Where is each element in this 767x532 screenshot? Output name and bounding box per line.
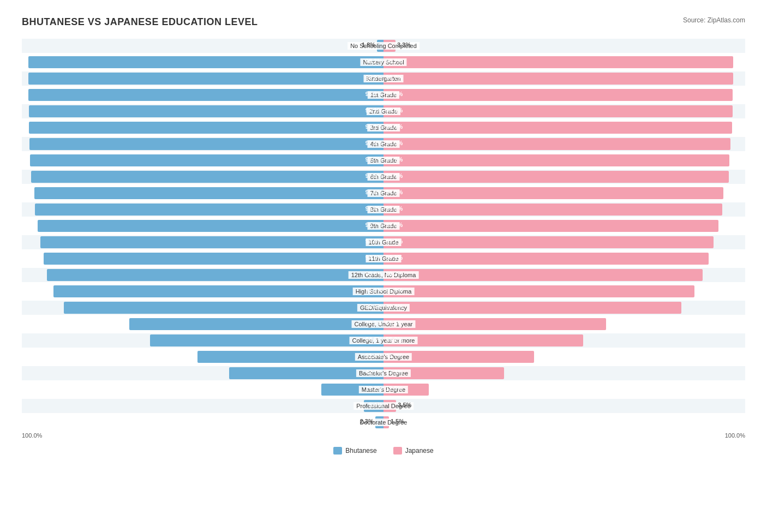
bar-row: 1st Grade98.2%96.6% <box>22 88 745 102</box>
axis-right: 100.0% <box>725 432 745 439</box>
pink-bar <box>384 122 732 134</box>
category-label: Associate's Degree <box>355 353 412 361</box>
pink-bar <box>384 285 694 297</box>
bar-row: 6th Grade97.5%95.4% <box>22 170 745 184</box>
bar-row: 4th Grade97.9%96.0% <box>22 137 745 151</box>
pct-label-left: 94.9% <box>365 238 382 244</box>
pink-bar <box>384 220 718 232</box>
bar-row: 12th Grade, No Diploma93.0%88.3% <box>22 268 745 282</box>
pct-label-left: 96.4% <box>365 205 382 212</box>
pct-label-left: 5.4% <box>369 402 382 408</box>
axis-labels: 100.0% 100.0% <box>22 432 745 439</box>
bar-row: 11th Grade94.0%89.9% <box>22 252 745 266</box>
chart-title: BHUTANESE VS JAPANESE EDUCATION LEVEL <box>22 16 258 28</box>
blue-bar <box>150 334 384 346</box>
blue-bar <box>31 171 384 183</box>
pct-label-right: 89.9% <box>386 254 403 261</box>
bar-row: Master's Degree17.2%12.5% <box>22 382 745 397</box>
pct-label-left: 70.3% <box>365 320 382 326</box>
pct-label-right: 95.7% <box>386 156 403 163</box>
pct-label-right: 96.4% <box>386 123 403 130</box>
pct-label-right: 96.0% <box>386 140 403 146</box>
pink-bar <box>384 56 733 68</box>
category-label: College, 1 year or more <box>350 337 418 344</box>
blue-bar <box>64 302 384 314</box>
blue-bar <box>35 204 384 216</box>
bar-row: Professional Degree5.4%3.5% <box>22 399 745 413</box>
category-label: High School Diploma <box>353 288 415 295</box>
pct-label-right: 96.6% <box>386 91 403 97</box>
chart-source: Source: ZipAtlas.com <box>683 16 745 24</box>
bar-row: High School Diploma91.2%85.9% <box>22 284 745 298</box>
bar-row: Kindergarten98.2%96.7% <box>22 71 745 86</box>
blue-bar <box>34 187 384 199</box>
pct-label-left: 94.0% <box>365 254 382 261</box>
bar-row: College, 1 year or more64.6%55.2% <box>22 333 745 348</box>
blue-bar <box>129 318 384 330</box>
bar-row: 9th Grade95.7%92.6% <box>22 219 745 233</box>
bar-row: 5th Grade97.7%95.7% <box>22 153 745 168</box>
axis-left: 100.0% <box>22 432 42 439</box>
pct-label-right: 55.2% <box>386 336 403 343</box>
pct-label-left: 1.8% <box>362 41 375 48</box>
bar-row: Associate's Degree51.4%41.7% <box>22 350 745 364</box>
blue-bar <box>53 285 384 297</box>
pct-label-right: 1.5% <box>391 418 404 425</box>
pink-bar <box>384 318 606 330</box>
pct-label-left: 98.2% <box>365 58 382 64</box>
chart-header: BHUTANESE VS JAPANESE EDUCATION LEVEL So… <box>22 16 745 28</box>
pink-bar <box>384 187 723 199</box>
bar-row: GED/Equivalency88.4%82.4% <box>22 301 745 315</box>
pct-label-left: 98.1% <box>365 107 382 113</box>
bar-row: Nursery School98.2%96.7% <box>22 55 745 69</box>
pct-label-left: 97.9% <box>365 140 382 146</box>
chart-container: BHUTANESE VS JAPANESE EDUCATION LEVEL So… <box>11 11 756 465</box>
pct-label-left: 42.7% <box>365 369 382 375</box>
blue-bar <box>29 122 384 134</box>
pink-bar <box>384 105 733 117</box>
category-label: 12th Grade, No Diploma <box>349 271 419 279</box>
blue-bar <box>28 89 384 101</box>
blue-bar <box>28 56 384 68</box>
blue-bar <box>29 138 384 150</box>
blue-bar <box>29 105 384 117</box>
legend-pink-color <box>393 447 402 455</box>
pct-label-left: 17.2% <box>365 385 382 392</box>
pink-bar <box>384 154 729 166</box>
blue-bar <box>30 154 384 166</box>
pct-label-right: 3.3% <box>397 41 411 48</box>
pct-label-right: 96.7% <box>386 74 403 81</box>
bar-row: 2nd Grade98.1%96.5% <box>22 104 745 118</box>
pct-label-left: 2.3% <box>360 418 374 425</box>
pct-label-right: 93.6% <box>386 205 403 212</box>
pct-label-right: 92.6% <box>386 222 403 228</box>
blue-bar <box>40 236 384 248</box>
pct-label-right: 41.7% <box>386 352 403 359</box>
pct-label-right: 94.0% <box>386 189 403 195</box>
legend-blue-color <box>333 447 342 455</box>
pct-label-left: 97.7% <box>365 156 382 163</box>
pink-bar <box>384 138 730 150</box>
pink-bar <box>384 89 733 101</box>
pct-label-left: 96.6% <box>365 189 382 195</box>
legend: Bhutanese Japanese <box>22 447 745 455</box>
blue-bar <box>44 253 384 265</box>
bar-row: No Schooling Completed1.8%3.3% <box>22 39 745 53</box>
blue-bar <box>38 220 384 232</box>
pct-label-left: 91.2% <box>365 287 382 294</box>
pct-label-right: 85.9% <box>386 287 403 294</box>
pct-label-left: 93.0% <box>365 271 382 277</box>
bar-row: 8th Grade96.4%93.6% <box>22 202 745 217</box>
legend-blue: Bhutanese <box>333 447 376 455</box>
chart-inner: No Schooling Completed1.8%3.3%Nursery Sc… <box>22 39 745 429</box>
pct-label-left: 88.4% <box>365 303 382 310</box>
pink-bar <box>384 171 729 183</box>
blue-bar <box>47 269 384 281</box>
blue-bar <box>28 73 384 85</box>
pct-label-left: 98.2% <box>365 91 382 97</box>
pink-bar <box>384 302 681 314</box>
pct-label-left: 51.4% <box>365 352 382 359</box>
legend-pink: Japanese <box>393 447 434 455</box>
pct-label-left: 95.7% <box>365 222 382 228</box>
pct-label-left: 64.6% <box>365 336 382 343</box>
